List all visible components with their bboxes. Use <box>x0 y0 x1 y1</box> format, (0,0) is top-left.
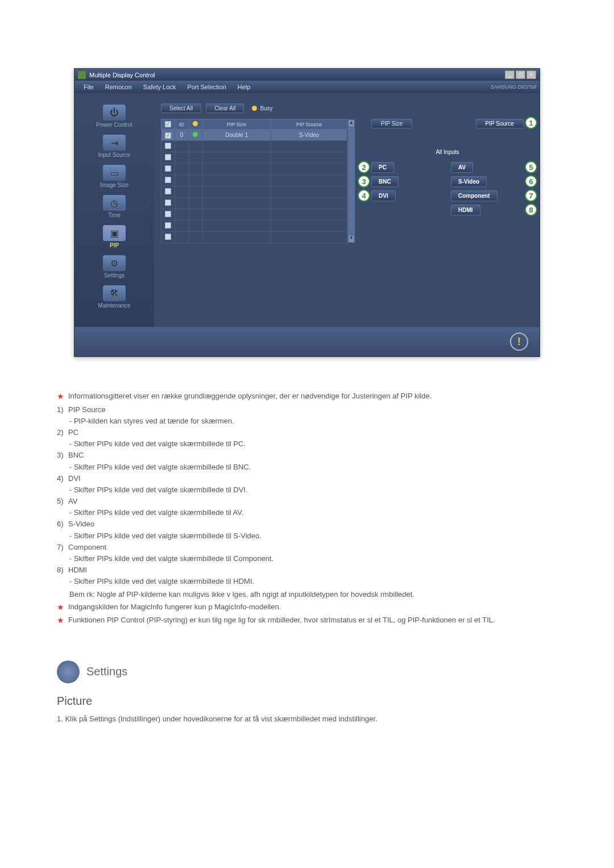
list-desc: - Skifter PIPs kilde ved det valgte skær… <box>69 554 557 564</box>
menu-port-selection[interactable]: Port Selection <box>181 82 231 92</box>
input-pc-button[interactable]: PC <box>371 162 394 173</box>
sidebar-item-settings[interactable]: ⚙ Settings <box>79 255 150 279</box>
status-header-icon <box>193 121 198 126</box>
input-dvi-button[interactable]: DVI <box>371 190 396 201</box>
list-item: 5)AV <box>57 496 557 506</box>
menu-remocon[interactable]: Remocon <box>99 82 138 92</box>
input-svideo-button[interactable]: S-Video <box>451 176 487 187</box>
window-title: Multiple Display Control <box>89 72 505 78</box>
table-row[interactable] <box>161 152 347 164</box>
list-desc: - Skifter PIPs kilde ved det valgte skær… <box>69 531 557 541</box>
busy-indicator: Busy <box>252 105 272 111</box>
input-icon: ⇥ <box>103 135 126 151</box>
sidebar-item-maintenance[interactable]: 🛠 Maintenance <box>79 285 150 309</box>
sidebar-item-input-source[interactable]: ⇥ Input Source <box>79 135 150 158</box>
sidebar-item-pip[interactable]: ▣ PIP <box>79 225 150 248</box>
callout-4: 4 <box>358 189 370 202</box>
callout-1: 1 <box>525 117 537 129</box>
row-check-icon[interactable] <box>165 154 171 160</box>
picture-step: 1. Klik på Settings (Indstillinger) unde… <box>57 715 557 723</box>
table-row[interactable] <box>161 198 347 209</box>
list-item: 4)DVI <box>57 474 557 484</box>
row-check-icon[interactable] <box>165 188 171 194</box>
row-pip-source: S-Video <box>271 130 347 141</box>
row-check-icon[interactable] <box>165 234 171 240</box>
table-row[interactable]: 0 Double 1 S-Video <box>161 130 347 141</box>
list-item: 8)HDMI <box>57 565 557 575</box>
settings-heading-icon <box>57 661 80 683</box>
scroll-track[interactable] <box>348 127 355 235</box>
sidebar-item-label: Power Control <box>79 122 150 128</box>
window-controls: _ □ × <box>505 70 536 79</box>
sidebar-item-power-control[interactable]: ⏻ Power Control <box>79 105 150 128</box>
vertical-scrollbar[interactable]: ▲ ▼ <box>347 119 355 243</box>
row-status-icon <box>193 132 198 137</box>
input-bnc-button[interactable]: BNC <box>371 176 399 187</box>
pip-size-tab[interactable]: PIP Size <box>371 119 412 128</box>
pip-icon: ▣ <box>103 225 126 241</box>
row-check-icon[interactable] <box>165 132 171 139</box>
brand-logo: SAMSUNG DIGITall <box>491 84 536 90</box>
table-row[interactable] <box>161 221 347 232</box>
minimize-button[interactable]: _ <box>505 70 515 79</box>
input-av-button[interactable]: AV <box>451 162 473 173</box>
note-1: Bem rk: Nogle af PIP-kilderne kan muligv… <box>69 589 557 600</box>
table-row[interactable] <box>161 186 347 198</box>
table-row[interactable] <box>161 141 347 152</box>
app-window: Multiple Display Control _ □ × File Remo… <box>74 68 540 357</box>
table-row[interactable] <box>161 175 347 186</box>
sidebar-item-time[interactable]: ◷ Time <box>79 195 150 218</box>
list-item: 3)BNC <box>57 450 557 460</box>
image-size-icon: ▭ <box>103 165 126 181</box>
picture-heading: Picture <box>57 695 557 708</box>
list-desc: - Skifter PIPs kilde ved det valgte skær… <box>69 485 557 495</box>
callout-2: 2 <box>358 161 370 173</box>
note-2: Indgangskilden for MagicInfo fungerer ku… <box>68 602 281 613</box>
scroll-up-button[interactable]: ▲ <box>348 119 355 127</box>
row-check-icon[interactable] <box>165 143 171 149</box>
pip-source-tab[interactable]: PIP Source <box>476 119 524 128</box>
time-icon: ◷ <box>103 195 126 211</box>
list-item: 2)PC <box>57 427 557 438</box>
status-warning-icon: ! <box>510 333 528 351</box>
sidebar-item-label: Settings <box>79 272 150 279</box>
table-row[interactable] <box>161 164 347 175</box>
input-hdmi-button[interactable]: HDMI <box>451 205 480 215</box>
table-container: ID PIP Size PIP Source 0 Doub <box>161 119 355 243</box>
right-panel: PIP Size PIP Source 1 All Inputs PC 2 <box>362 119 533 243</box>
header-check-icon <box>165 121 171 127</box>
input-grid: PC 2 AV 5 BNC 3 S-Video <box>367 162 528 215</box>
settings-heading-text: Settings <box>86 665 127 678</box>
sidebar: ⏻ Power Control ⇥ Input Source ▭ Image S… <box>74 93 154 327</box>
main-content: Select All Clear All Busy ID <box>154 93 540 327</box>
input-component-button[interactable]: Component <box>451 190 497 201</box>
menu-safety-lock[interactable]: Safety Lock <box>138 82 181 92</box>
busy-label: Busy <box>260 105 272 111</box>
row-check-icon[interactable] <box>165 211 171 217</box>
table-row[interactable] <box>161 209 347 221</box>
star-icon: ★ <box>57 615 65 626</box>
menu-help[interactable]: Help <box>232 82 256 92</box>
row-id: 0 <box>175 130 189 141</box>
col-id: ID <box>175 119 189 130</box>
row-check-icon[interactable] <box>165 177 171 183</box>
row-check-icon[interactable] <box>165 222 171 229</box>
busy-dot-icon <box>252 106 257 111</box>
sidebar-item-image-size[interactable]: ▭ Image Size <box>79 165 150 188</box>
row-check-icon[interactable] <box>165 200 171 206</box>
list-desc: - PIP-kilden kan styres ved at tænde for… <box>69 416 557 426</box>
power-icon: ⏻ <box>103 105 126 121</box>
titlebar: Multiple Display Control _ □ × <box>74 69 540 81</box>
intro-note: Informationsgitteret viser en række grun… <box>68 391 432 402</box>
col-check[interactable] <box>161 119 175 130</box>
scroll-down-button[interactable]: ▼ <box>348 235 355 243</box>
close-button[interactable]: × <box>526 70 536 79</box>
select-all-button[interactable]: Select All <box>161 103 201 113</box>
list-item: 7)Component <box>57 542 557 553</box>
menubar: File Remocon Safety Lock Port Selection … <box>74 81 540 93</box>
maximize-button[interactable]: □ <box>516 70 525 79</box>
table-row[interactable] <box>161 232 347 243</box>
menu-file[interactable]: File <box>78 82 99 92</box>
row-check-icon[interactable] <box>165 165 171 172</box>
clear-all-button[interactable]: Clear All <box>206 103 244 113</box>
